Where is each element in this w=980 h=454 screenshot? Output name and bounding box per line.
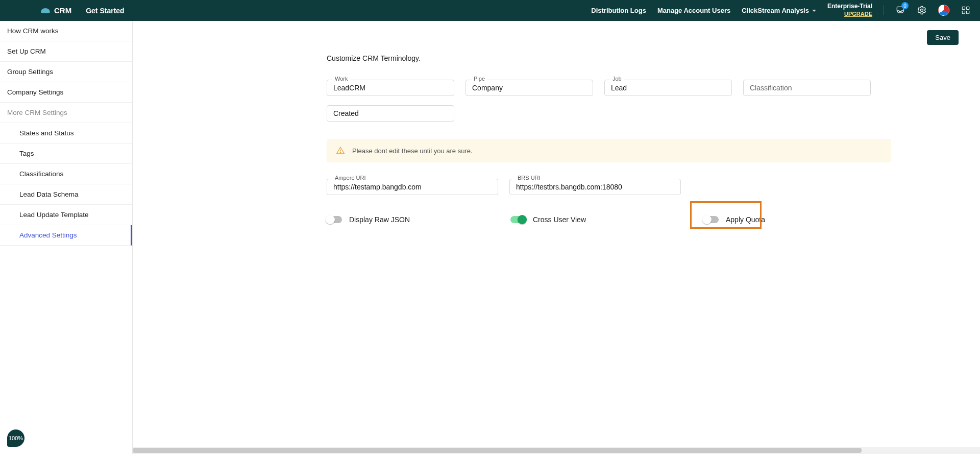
sidebar-sub-lead-schema[interactable]: Lead Data Schema (0, 184, 132, 205)
field-job: Job (604, 80, 732, 96)
inbox-icon[interactable]: 0 (895, 5, 905, 15)
apps-icon[interactable] (961, 5, 971, 15)
input-job[interactable] (604, 80, 732, 96)
content: Save Customize CRM Terminology. Work Pip… (133, 21, 980, 454)
get-started-link[interactable]: Get Started (86, 7, 124, 15)
switch-raw-json[interactable] (327, 216, 342, 223)
warning-text: Please dont edit these until you are sur… (352, 147, 473, 155)
svg-rect-1 (962, 7, 965, 10)
top-bar: CRM Get Started Distribution Logs Manage… (0, 0, 980, 21)
avatar[interactable] (938, 5, 949, 16)
save-row: Save (133, 21, 980, 45)
toggle-raw-json: Display Raw JSON (327, 216, 510, 224)
sidebar-item-how-crm-works[interactable]: How CRM works (0, 21, 132, 41)
brs-label: BRS URI (516, 175, 543, 181)
label-cross-user: Cross User View (533, 216, 586, 224)
brand[interactable]: CRM (41, 6, 71, 15)
field-pipe-label: Pipe (472, 76, 487, 82)
field-ampere: Ampere URI (327, 179, 498, 195)
page-title: Customize CRM Terminology. (327, 54, 891, 62)
sidebar: How CRM works Set Up CRM Group Settings … (0, 21, 133, 454)
terminology-row: Work Pipe Job (327, 80, 891, 96)
input-work[interactable] (327, 80, 454, 96)
terminology-row-2 (327, 105, 891, 122)
toggle-apply-quota: Apply Quota (694, 208, 774, 231)
horizontal-scrollbar[interactable] (133, 447, 980, 454)
trial-block: Enterprise-Trial UPGRADE (827, 3, 872, 18)
uri-row: Ampere URI BRS URI (327, 179, 891, 195)
zoom-indicator[interactable]: 100% (7, 429, 24, 447)
svg-point-0 (921, 9, 923, 12)
save-button[interactable]: Save (927, 30, 959, 45)
field-job-label: Job (610, 76, 624, 82)
upgrade-link[interactable]: UPGRADE (844, 11, 872, 17)
input-ampere[interactable] (327, 179, 498, 195)
input-pipe[interactable] (465, 80, 593, 96)
gear-icon[interactable] (917, 5, 927, 15)
sidebar-item-set-up-crm[interactable]: Set Up CRM (0, 41, 132, 62)
sidebar-more-header: More CRM Settings (0, 103, 132, 123)
brand-text: CRM (54, 6, 71, 15)
field-brs: BRS URI (509, 179, 681, 195)
toggle-cross-user: Cross User View (510, 216, 694, 224)
svg-rect-2 (967, 7, 969, 10)
svg-point-6 (340, 152, 340, 153)
warning-banner: Please dont edit these until you are sur… (327, 139, 891, 162)
field-work: Work (327, 80, 454, 96)
sidebar-item-company-settings[interactable]: Company Settings (0, 82, 132, 103)
sidebar-sub-classifications[interactable]: Classifications (0, 164, 132, 184)
field-classification (743, 80, 871, 96)
brand-icon (41, 8, 50, 13)
top-right: Distribution Logs Manage Account Users C… (591, 3, 971, 18)
field-created (327, 105, 454, 122)
input-brs[interactable] (509, 179, 681, 195)
highlight-box (690, 201, 762, 229)
sidebar-sub-lead-template[interactable]: Lead Update Template (0, 205, 132, 225)
nav-distribution-logs[interactable]: Distribution Logs (591, 7, 646, 14)
ampere-label: Ampere URI (333, 175, 368, 181)
scrollbar-thumb[interactable] (133, 448, 862, 453)
page: How CRM works Set Up CRM Group Settings … (0, 21, 980, 454)
switch-apply-quota[interactable] (703, 216, 719, 223)
sidebar-item-group-settings[interactable]: Group Settings (0, 62, 132, 82)
svg-rect-3 (962, 11, 965, 14)
svg-rect-4 (967, 11, 969, 14)
inbox-badge: 0 (901, 2, 909, 9)
label-apply-quota: Apply Quota (726, 216, 765, 224)
nav-clickstream[interactable]: ClickStream Analysis (742, 7, 816, 14)
switch-cross-user[interactable] (510, 216, 526, 223)
input-created[interactable] (327, 105, 454, 122)
nav-manage-users[interactable]: Manage Account Users (657, 7, 730, 14)
trial-label: Enterprise-Trial (827, 3, 872, 10)
divider (884, 5, 884, 15)
inner: Customize CRM Terminology. Work Pipe Job (133, 45, 924, 231)
field-pipe: Pipe (465, 80, 593, 96)
sidebar-sub-advanced[interactable]: Advanced Settings (0, 225, 132, 246)
label-raw-json: Display Raw JSON (349, 216, 410, 224)
toggles-row: Display Raw JSON Cross User View Apply Q… (327, 208, 891, 231)
field-work-label: Work (333, 76, 350, 82)
warning-icon (336, 146, 345, 155)
input-classification[interactable] (743, 80, 871, 96)
sidebar-sub-states[interactable]: States and Status (0, 123, 132, 144)
sidebar-sub-tags[interactable]: Tags (0, 144, 132, 164)
